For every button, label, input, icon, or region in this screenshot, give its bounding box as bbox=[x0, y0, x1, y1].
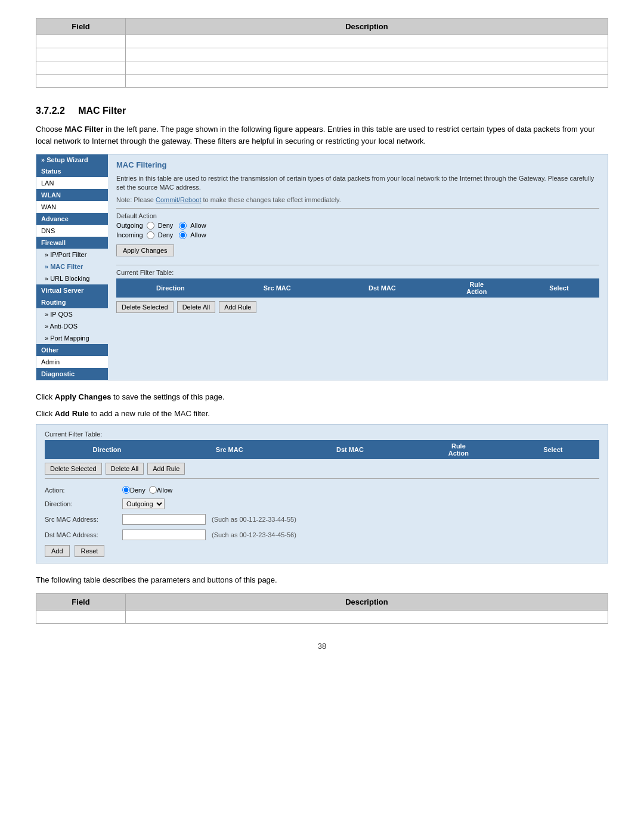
exp-col-dst-mac: Dst MAC bbox=[290, 440, 410, 459]
bottom-field-header: Field bbox=[36, 593, 126, 610]
action-form-label: Action: bbox=[45, 487, 122, 494]
col-dst-mac: Dst MAC bbox=[330, 278, 435, 298]
incoming-radio-row: Incoming Deny Allow bbox=[116, 231, 599, 239]
exp-col-rule-action: RuleAction bbox=[410, 440, 507, 459]
sidebar: » Setup Wizard Status LAN WLAN WAN Advan… bbox=[36, 154, 108, 380]
outgoing-deny-radio[interactable] bbox=[147, 222, 154, 230]
action-allow-label: Allow bbox=[157, 487, 172, 494]
reset-button[interactable]: Reset bbox=[75, 545, 105, 557]
section-title: MAC Filter bbox=[78, 106, 126, 116]
sidebar-item-routing[interactable]: Routing bbox=[36, 296, 108, 308]
incoming-deny-radio[interactable] bbox=[147, 231, 154, 239]
sidebar-item-lan[interactable]: LAN bbox=[36, 177, 108, 189]
incoming-allow-label: Allow bbox=[190, 231, 206, 239]
action-deny-radio[interactable] bbox=[122, 486, 130, 494]
section-body-text: Choose MAC Filter in the left pane. The … bbox=[36, 123, 608, 147]
filter-table-label: Current Filter Table: bbox=[116, 269, 599, 276]
default-action-label: Default Action bbox=[116, 212, 599, 219]
add-button[interactable]: Add bbox=[45, 545, 70, 557]
action-row: Action: Deny Allow bbox=[45, 486, 599, 494]
sidebar-item-anti-dos[interactable]: » Anti-DOS bbox=[36, 320, 108, 332]
sidebar-item-mac-filter[interactable]: » MAC Filter bbox=[36, 261, 108, 272]
exp-col-src-mac: Src MAC bbox=[169, 440, 290, 459]
click-apply-changes-text: Click Apply Changes to save the settings… bbox=[36, 391, 608, 403]
table-row bbox=[36, 61, 608, 75]
action-allow-radio[interactable] bbox=[149, 486, 157, 494]
outgoing-deny-label: Deny bbox=[158, 222, 174, 229]
expanded-filter-table: Direction Src MAC Dst MAC RuleAction Sel… bbox=[45, 440, 599, 459]
exp-delete-all-button[interactable]: Delete All bbox=[106, 463, 144, 475]
table-row bbox=[36, 35, 608, 48]
expanded-filter-section: Current Filter Table: Direction Src MAC … bbox=[36, 424, 608, 563]
exp-col-select: Select bbox=[507, 440, 599, 459]
delete-all-button[interactable]: Delete All bbox=[177, 301, 215, 313]
outgoing-label: Outgoing bbox=[116, 222, 143, 229]
divider-2 bbox=[116, 265, 599, 265]
incoming-allow-radio[interactable] bbox=[179, 231, 187, 239]
sidebar-item-url-blocking[interactable]: » URL Blocking bbox=[36, 272, 108, 284]
sidebar-item-wlan[interactable]: WLAN bbox=[36, 189, 108, 201]
dst-mac-input[interactable] bbox=[122, 529, 206, 540]
table-row bbox=[36, 48, 608, 61]
section-number: 3.7.2.2 bbox=[36, 106, 65, 116]
form-buttons-row: Add Reset bbox=[45, 545, 599, 557]
exp-add-rule-button[interactable]: Add Rule bbox=[147, 463, 185, 475]
dst-mac-form-label: Dst MAC Address: bbox=[45, 531, 122, 538]
mac-filtering-note: Note: Please Commit/Reboot to make these… bbox=[116, 196, 599, 203]
add-rule-button[interactable]: Add Rule bbox=[219, 301, 256, 313]
bottom-description-text: The following table describes the parame… bbox=[36, 574, 608, 586]
col-src-mac: Src MAC bbox=[225, 278, 330, 298]
commit-reboot-link[interactable]: Commit/Reboot bbox=[156, 196, 201, 203]
src-mac-hint: (Such as 00-11-22-33-44-55) bbox=[212, 516, 296, 523]
divider-1 bbox=[116, 208, 599, 209]
click-add-rule-text: Click Add Rule to add a new rule of the … bbox=[36, 408, 608, 420]
sidebar-item-diagnostic[interactable]: Diagnostic bbox=[36, 368, 108, 380]
sidebar-item-port-mapping[interactable]: » Port Mapping bbox=[36, 332, 108, 344]
sidebar-item-firewall[interactable]: Firewall bbox=[36, 237, 108, 249]
src-mac-input[interactable] bbox=[122, 514, 206, 525]
exp-delete-selected-button[interactable]: Delete Selected bbox=[45, 463, 102, 475]
page-number: 38 bbox=[36, 642, 608, 651]
incoming-label: Incoming bbox=[116, 231, 143, 239]
incoming-deny-label: Deny bbox=[158, 231, 174, 239]
sidebar-item-status[interactable]: Status bbox=[36, 165, 108, 177]
mac-filtering-title: MAC Filtering bbox=[116, 160, 599, 169]
section-heading: 3.7.2.2 MAC Filter bbox=[36, 106, 608, 116]
delete-selected-button[interactable]: Delete Selected bbox=[116, 301, 174, 313]
sidebar-item-advance[interactable]: Advance bbox=[36, 213, 108, 225]
mac-filtering-info: Entries in this table are used to restri… bbox=[116, 174, 599, 193]
action-deny-label: Deny bbox=[130, 487, 145, 494]
outgoing-radio-row: Outgoing Deny Allow bbox=[116, 222, 599, 230]
sidebar-item-other[interactable]: Other bbox=[36, 344, 108, 356]
exp-action-buttons-row: Delete Selected Delete All Add Rule bbox=[45, 463, 599, 475]
sidebar-item-setup-wizard[interactable]: » Setup Wizard bbox=[36, 154, 108, 165]
action-buttons-row: Delete Selected Delete All Add Rule bbox=[116, 301, 599, 313]
sidebar-item-wan[interactable]: WAN bbox=[36, 201, 108, 213]
table-row bbox=[36, 75, 608, 88]
col-rule-action: RuleAction bbox=[435, 278, 519, 298]
direction-row: Direction: Outgoing Incoming bbox=[45, 498, 599, 509]
sidebar-item-virtual-server[interactable]: Virtual Server bbox=[36, 284, 108, 296]
bottom-reference-table: Field Description bbox=[36, 593, 608, 624]
src-mac-row: Src MAC Address: (Such as 00-11-22-33-44… bbox=[45, 514, 599, 525]
exp-divider bbox=[45, 478, 599, 479]
top-desc-header: Description bbox=[126, 18, 608, 35]
table-row bbox=[36, 610, 608, 623]
col-select: Select bbox=[519, 278, 599, 298]
sidebar-item-dns[interactable]: DNS bbox=[36, 225, 108, 237]
top-reference-table: Field Description bbox=[36, 18, 608, 88]
expanded-filter-table-label: Current Filter Table: bbox=[45, 431, 599, 438]
apply-changes-button[interactable]: Apply Changes bbox=[116, 244, 174, 256]
direction-select[interactable]: Outgoing Incoming bbox=[122, 498, 165, 509]
src-mac-form-label: Src MAC Address: bbox=[45, 516, 122, 523]
col-direction: Direction bbox=[116, 278, 225, 298]
sidebar-item-admin[interactable]: Admin bbox=[36, 356, 108, 368]
direction-form-label: Direction: bbox=[45, 500, 122, 507]
main-panel: MAC Filtering Entries in this table are … bbox=[108, 154, 608, 380]
sidebar-item-ip-qos[interactable]: » IP QOS bbox=[36, 308, 108, 320]
add-rule-form: Action: Deny Allow Direction: Outgoing I… bbox=[45, 486, 599, 557]
dst-mac-row: Dst MAC Address: (Such as 00-12-23-34-45… bbox=[45, 529, 599, 540]
screenshot-container: » Setup Wizard Status LAN WLAN WAN Advan… bbox=[36, 154, 608, 380]
sidebar-item-ip-port-filter[interactable]: » IP/Port Filter bbox=[36, 249, 108, 261]
outgoing-allow-radio[interactable] bbox=[179, 222, 187, 230]
